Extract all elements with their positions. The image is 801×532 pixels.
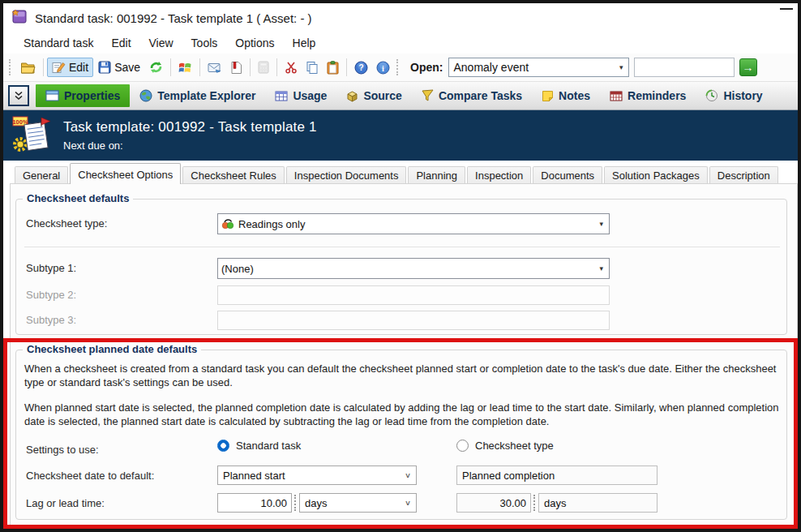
open-folder-button[interactable]: [16, 58, 40, 78]
svg-text:i: i: [382, 63, 384, 72]
menu-standard-task[interactable]: Standard task: [15, 34, 102, 52]
group-title: Checksheet defaults: [23, 192, 133, 204]
refresh-button[interactable]: [145, 58, 167, 77]
menu-help[interactable]: Help: [284, 34, 325, 52]
date-to-default-value: Planned start: [223, 470, 285, 482]
lag-unit-combobox[interactable]: days ∨: [299, 493, 417, 513]
tab-checksheet-rules[interactable]: Checksheet Rules: [182, 166, 285, 184]
report-button[interactable]: [226, 58, 246, 78]
radio-checksheet-type[interactable]: Checksheet type: [456, 440, 554, 452]
date-to-default-combobox[interactable]: Planned start ∨: [217, 466, 417, 485]
lag-value-input[interactable]: 10.00: [217, 493, 292, 513]
toolbar-grip[interactable]: [396, 59, 401, 75]
paste-button[interactable]: [323, 58, 343, 78]
copy-button[interactable]: [302, 58, 323, 77]
open-combobox-value: Anomaly event: [454, 61, 529, 74]
tab-documents[interactable]: Documents: [533, 166, 602, 184]
radio-standard-task[interactable]: Standard task: [217, 440, 301, 452]
go-button[interactable]: →: [739, 58, 757, 76]
nav-template-explorer[interactable]: Template Explorer: [130, 84, 265, 107]
subtype1-label: Subtype 1:: [26, 262, 76, 274]
separator: [43, 58, 44, 76]
tab-inspection[interactable]: Inspection: [467, 166, 531, 184]
group-title: Checksheet planned date defaults: [23, 343, 201, 355]
task-template-icon: 100%: [11, 115, 52, 156]
separator: [170, 58, 171, 76]
nav-compare-tasks-label: Compare Tasks: [439, 89, 522, 102]
tab-strip: General Checksheet Options Checksheet Ru…: [10, 162, 798, 184]
edit-button[interactable]: Edit: [47, 58, 93, 77]
window-title: Standard task: 001992 - Task template 1 …: [35, 11, 312, 25]
nav-compare-tasks[interactable]: Compare Tasks: [412, 84, 532, 107]
open-label: Open:: [410, 61, 443, 74]
send-button[interactable]: [203, 58, 226, 77]
minimize-glyph[interactable]: [780, 8, 793, 10]
open-combobox[interactable]: Anomaly event ▾: [448, 58, 629, 77]
radio-unselected-icon: [456, 440, 469, 452]
subtype3-label: Subtype 3:: [26, 314, 76, 326]
menu-view[interactable]: View: [140, 34, 182, 52]
info-button[interactable]: i: [372, 58, 394, 78]
nav-properties[interactable]: Properties: [36, 84, 130, 107]
nav-history[interactable]: History: [696, 84, 772, 107]
divider: [24, 247, 780, 247]
lag-lead-label: Lag or lead time:: [26, 497, 105, 509]
svg-text:?: ?: [358, 63, 363, 72]
cut-button[interactable]: [281, 58, 302, 77]
tab-description[interactable]: Description: [709, 166, 778, 184]
refresh-icon: [149, 61, 163, 74]
calculator-icon: [258, 61, 269, 74]
view-nav-bar: Properties Template Explorer Usage: [3, 81, 798, 110]
planned-date-paragraph-1: When a checksheet is created from a stan…: [24, 362, 780, 389]
radio-standard-task-label: Standard task: [236, 440, 301, 452]
nav-reminders[interactable]: Reminders: [600, 84, 696, 107]
paste-icon: [327, 61, 339, 75]
nav-notes[interactable]: Notes: [532, 84, 600, 107]
spinner-handle[interactable]: [294, 495, 298, 511]
tab-general[interactable]: General: [15, 166, 68, 184]
help-icon: ?: [354, 61, 368, 75]
nav-source[interactable]: Source: [336, 84, 411, 107]
app-icon: [11, 8, 28, 28]
funnel-icon: [422, 89, 434, 102]
date-to-default-readonly-value: Planned completion: [462, 470, 555, 482]
nav-notes-label: Notes: [559, 89, 590, 102]
separator: [199, 58, 200, 76]
radio-checksheet-type-label: Checksheet type: [475, 440, 554, 452]
lag-unit-readonly: days: [538, 493, 658, 513]
help-button[interactable]: ?: [350, 58, 372, 78]
report-icon: [230, 61, 242, 75]
globe-icon: [139, 89, 152, 102]
edit-button-label: Edit: [69, 61, 88, 74]
record-title: Task template: 001992 - Task template 1: [63, 119, 317, 135]
nav-template-explorer-label: Template Explorer: [157, 89, 255, 102]
windows-button[interactable]: [174, 58, 196, 77]
record-header: 100% Task template: 001992 - Task templa…: [3, 110, 798, 161]
menu-tools[interactable]: Tools: [182, 34, 227, 52]
menu-bar: Standard task Edit View Tools Options He…: [3, 32, 798, 54]
chevron-down-icon: ▾: [619, 63, 623, 71]
toolbar-grip[interactable]: [9, 59, 14, 75]
lag-unit-readonly-value: days: [544, 497, 566, 509]
subtype1-combobox[interactable]: (None) ▾: [217, 258, 610, 279]
subtype3-field: [217, 311, 610, 330]
tab-planning[interactable]: Planning: [408, 166, 465, 184]
quick-open-input[interactable]: [634, 58, 735, 77]
collapse-views-button[interactable]: [8, 85, 29, 106]
tab-checksheet-options[interactable]: Checksheet Options: [70, 163, 181, 184]
copy-icon: [306, 61, 319, 74]
checksheet-type-value: Readings only: [238, 218, 597, 230]
nav-usage[interactable]: Usage: [265, 84, 336, 107]
planned-date-defaults-group: Checksheet planned date defaults When a …: [15, 350, 787, 520]
menu-options[interactable]: Options: [226, 34, 283, 52]
tab-inspection-documents[interactable]: Inspection Documents: [286, 166, 407, 184]
checksheet-type-combobox[interactable]: Readings only ▾: [217, 213, 610, 234]
menu-edit[interactable]: Edit: [102, 34, 139, 52]
save-button[interactable]: Save: [93, 58, 145, 77]
edit-pencil-icon: [52, 61, 66, 74]
spinner-handle: [533, 495, 537, 511]
checksheet-defaults-group: Checksheet defaults Checksheet type: Rea…: [15, 199, 787, 335]
folder-icon: [20, 61, 36, 75]
title-bar: Standard task: 001992 - Task template 1 …: [3, 3, 798, 32]
tab-solution-packages[interactable]: Solution Packages: [604, 166, 708, 184]
